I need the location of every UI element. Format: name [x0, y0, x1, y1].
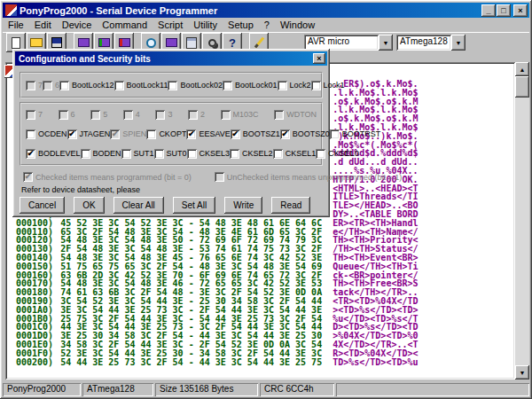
- status-panel: PonyProg2000: [3, 383, 81, 396]
- help-icon: ?: [229, 37, 236, 49]
- menu-script[interactable]: Script: [153, 20, 188, 30]
- read-button[interactable]: Read: [271, 197, 310, 214]
- clear-all-button[interactable]: Clear All: [113, 197, 164, 214]
- checkbox-bootlock11[interactable]: BootLock11: [114, 81, 168, 90]
- checkbox-bootlock12[interactable]: BootLock12: [59, 81, 114, 90]
- hex-bytes: 54 44 3E 25 73 3C 2F 54 - 44 3E 3C 54 44…: [60, 357, 322, 367]
- checkbox-4: 4: [123, 110, 140, 120]
- checkbox-bodlevel[interactable]: ✔BODLEVEL: [26, 149, 81, 159]
- checkbox-cksel0[interactable]: CKSEL0: [316, 149, 359, 159]
- menu-utility[interactable]: Utility: [188, 20, 223, 30]
- dialog-titlebar[interactable]: Configuration and Security bits ×: [15, 51, 327, 66]
- menu-file[interactable]: File: [3, 20, 29, 30]
- checkbox-box: [26, 81, 35, 90]
- checkbox-jtagen[interactable]: ✔JTAGEN: [67, 129, 111, 139]
- checkbox-bootrst[interactable]: BOOTRST: [330, 129, 381, 139]
- dialog-notes: ✔ Checked items means programmed (bit = …: [23, 172, 326, 182]
- minimize-button[interactable]: _: [481, 4, 496, 17]
- checkbox-cksel1[interactable]: CKSEL1: [273, 149, 317, 159]
- checkbox-label: BODLEVEL: [38, 149, 81, 158]
- checkbox-box: ✔: [186, 129, 196, 139]
- checkbox-bootlock01[interactable]: BootLock01: [223, 81, 278, 90]
- checkbox-bootsz1[interactable]: ✔BOOTSZ1: [231, 129, 280, 139]
- checkbox-bootsz0[interactable]: ✔BOOTSZ0: [280, 129, 330, 139]
- maximize-button[interactable]: □: [497, 4, 511, 17]
- checkbox-boden[interactable]: BODEN: [81, 149, 121, 159]
- checkbox-label: SUT0: [167, 149, 187, 158]
- fuse-row: 765432M103CWDTON: [21, 105, 321, 124]
- close-button[interactable]: ×: [513, 4, 528, 17]
- checkbox-label: 3: [168, 110, 172, 119]
- checkbox-label: CKSEL2: [242, 149, 273, 158]
- fuse-row: ✔BODLEVELBODENSUT1SUT0CKSEL3CKSEL2CKSEL1…: [21, 144, 321, 163]
- checkbox-label: BOOTSZ0: [293, 129, 330, 138]
- menu-command[interactable]: Command: [97, 20, 153, 30]
- device-model-combobox[interactable]: ATmega128 ▼: [396, 35, 466, 51]
- checkbox-box: ✔: [110, 129, 120, 139]
- scroll-up-button[interactable]: ▲: [515, 62, 529, 76]
- app-icon[interactable]: [5, 4, 17, 16]
- checkbox-label: BootLock01: [235, 81, 278, 90]
- checkbox-label: BOOTRST: [342, 129, 381, 138]
- checkbox-cksel3[interactable]: CKSEL3: [187, 149, 231, 159]
- unchecked-note: UnChecked items means unprogrammed (bit …: [215, 172, 402, 182]
- checkbox-box: ✔: [280, 129, 290, 139]
- new-window-icon: [12, 37, 20, 49]
- set-all-button[interactable]: Set All: [173, 197, 215, 214]
- menu-help[interactable]: ?: [259, 20, 275, 30]
- checkbox-box: [146, 129, 156, 139]
- checkbox-ckopt[interactable]: CKOPT: [146, 129, 186, 139]
- checkbox-box: [330, 129, 340, 139]
- menu-window[interactable]: Window: [275, 20, 320, 30]
- checkbox-box: [278, 81, 287, 90]
- lock-bits-frame: 76BootLock12BootLock11BootLock02BootLock…: [20, 72, 323, 98]
- arrow-up-icon: ▲: [520, 66, 526, 73]
- vertical-scrollbar[interactable]: ▲ ▼: [515, 62, 529, 379]
- checkbox-sut0[interactable]: SUT0: [154, 149, 187, 159]
- status-panel: Size 135168 Bytes: [155, 383, 258, 396]
- device-model-value[interactable]: ATmega128: [396, 35, 451, 51]
- checkbox-label: BODEN: [93, 149, 121, 158]
- menu-setup[interactable]: Setup: [223, 20, 259, 30]
- device-model-dropdown-button[interactable]: ▼: [451, 35, 466, 51]
- menu-device[interactable]: Device: [57, 20, 98, 30]
- dialog-close-button[interactable]: ×: [313, 53, 325, 64]
- checkbox-bootlock02[interactable]: BootLock02: [168, 81, 223, 90]
- cancel-button[interactable]: Cancel: [20, 197, 65, 214]
- checkbox-eesave[interactable]: ✔EESAVE: [186, 129, 230, 139]
- checkbox-box: [155, 110, 165, 120]
- checkbox-label: CKOPT: [159, 129, 186, 138]
- scrollbar-thumb[interactable]: [515, 76, 529, 98]
- erase-device-icon: [186, 37, 197, 49]
- write-device-icon: [119, 38, 130, 47]
- fuse-row: OCDEN✔JTAGEN✔SPIENCKOPT✔EESAVE✔BOOTSZ1✔B…: [21, 124, 321, 144]
- checkbox-sut1[interactable]: SUT1: [121, 149, 154, 159]
- scroll-down-button[interactable]: ▼: [515, 365, 529, 379]
- verify-device-icon: [166, 38, 177, 47]
- checkbox-box: ✔: [67, 129, 77, 139]
- checkbox-label: SUT1: [134, 149, 154, 158]
- checkbox-box: [187, 149, 197, 159]
- checkbox-lock1[interactable]: Lock1: [311, 81, 345, 90]
- ok-button[interactable]: OK: [74, 197, 104, 214]
- app-window: PonyProg2000 - Serial Device Programmer …: [0, 0, 532, 399]
- device-family-dropdown-button[interactable]: ▼: [379, 35, 393, 51]
- checkbox-box: [168, 81, 177, 90]
- checkbox-label: BootLock02: [180, 81, 223, 90]
- checkbox-wdton: WDTON: [274, 110, 317, 120]
- titlebar[interactable]: PonyProg2000 - Serial Device Programmer …: [3, 3, 529, 18]
- checkbox-label: M103C: [233, 110, 259, 119]
- checkbox-label: EESAVE: [199, 129, 230, 138]
- checkbox-lock2[interactable]: Lock2: [278, 81, 311, 90]
- checkbox-box: [90, 110, 100, 120]
- checkbox-cksel2[interactable]: CKSEL2: [230, 149, 273, 159]
- checkbox-box: [230, 149, 239, 159]
- checkbox-label: CKSEL0: [328, 149, 359, 158]
- write-button[interactable]: Write: [224, 197, 262, 214]
- status-panel: CRC 6CC4h: [260, 383, 334, 396]
- checkbox-ocden[interactable]: OCDEN: [26, 129, 67, 139]
- menu-edit[interactable]: Edit: [29, 20, 57, 30]
- checkbox-box: [311, 81, 321, 90]
- checkbox-box: [81, 149, 90, 159]
- window-title: PonyProg2000 - Serial Device Programmer: [20, 5, 481, 16]
